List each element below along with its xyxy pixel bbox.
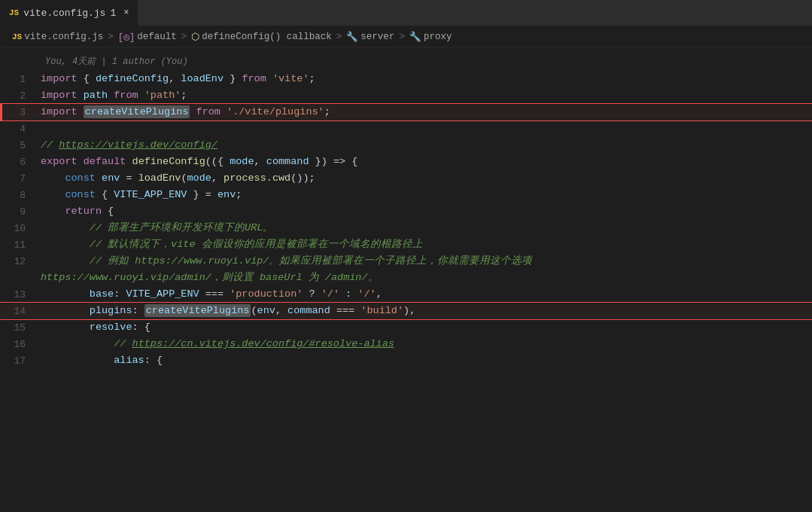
line-number-6: 6 [0,157,38,168]
line-number-13: 13 [0,289,38,300]
breadcrumb-proxy: 🔧 proxy [409,31,452,43]
code-line-4: 4 [0,120,812,137]
git-blame: You, 4天前 | 1 author (You) [0,53,812,71]
tab-bar: JS vite.config.js 1 × [0,0,812,26]
line-content-1: import { defineConfig, loadEnv } from 'v… [38,71,812,87]
tab-close-button[interactable]: × [123,8,129,18]
line-number-5: 5 [0,140,38,151]
breadcrumb-sep4: > [399,32,405,42]
line-content-6: export default defineConfig(({ mode, com… [38,154,812,170]
line-number-4: 4 [0,123,38,135]
code-line-14: 14 plugins: createVitePlugins(env, comma… [0,303,812,319]
code-line-5: 5 // https://vitejs.dev/config/ [0,137,812,154]
line-content-5: // https://vitejs.dev/config/ [38,137,812,154]
line-number-2: 2 [0,90,38,102]
code-line-1: 1 import { defineConfig, loadEnv } from … [0,71,812,87]
editor-area: You, 4天前 | 1 author (You) 1 import { def… [0,47,812,369]
line-number-10: 10 [0,223,38,234]
line-content-3: import createVitePlugins from './vite/pl… [38,104,812,120]
gutter-marker-3 [0,104,2,120]
line-number-16: 16 [0,339,38,350]
breadcrumb-filename: vite.config.js [24,32,103,42]
code-line-7: 7 const env = loadEnv(mode, process.cwd(… [0,170,812,187]
line-content-10: // 部署生产环境和开发环境下的URL。 [38,220,812,236]
code-container: 1 import { defineConfig, loadEnv } from … [0,71,812,369]
line-content-11: // 默认情况下，vite 会假设你的应用是被部署在一个域名的根路径上 [38,236,812,253]
tab-vite-config[interactable]: JS vite.config.js 1 × [0,0,138,26]
tab-filename: vite.config.js [23,8,105,19]
line-content-12: // 例如 https://www.ruoyi.vip/。如果应用被部署在一个子… [38,253,812,270]
breadcrumb-js-icon: JS vite.config.js [12,32,103,42]
breadcrumb-server: 🔧 server [346,31,394,43]
bracket-icon: [◎] [118,31,135,43]
tab-modified-count: 1 [110,8,116,19]
line-number-15: 15 [0,322,38,334]
line-content-15: resolve: { [38,319,812,336]
wrench-icon1: 🔧 [346,31,358,43]
breadcrumb-defineconfig: ⬡ defineConfig() callback [191,31,332,43]
line-content-12b: https://www.ruoyi.vip/admin/，则设置 baseUrl… [38,270,812,286]
line-content-8: const { VITE_APP_ENV } = env; [38,187,812,203]
line-content-13: base: VITE_APP_ENV === 'production' ? '/… [38,286,812,303]
code-line-12b: https://www.ruoyi.vip/admin/，则设置 baseUrl… [0,270,812,286]
line-content-17: alias: { [38,352,812,369]
line-number-3: 3 [0,107,38,118]
cube-icon: ⬡ [191,31,199,43]
code-line-2: 2 import path from 'path'; [0,87,812,104]
line-content-9: return { [38,203,812,220]
breadcrumb-sep2: > [181,32,187,42]
code-line-10: 10 // 部署生产环境和开发环境下的URL。 [0,220,812,236]
code-line-8: 8 const { VITE_APP_ENV } = env; [0,187,812,203]
line-content-4 [38,120,812,137]
code-line-11: 11 // 默认情况下，vite 会假设你的应用是被部署在一个域名的根路径上 [0,236,812,253]
line-number-17: 17 [0,355,38,367]
code-line-6: 6 export default defineConfig(({ mode, c… [0,154,812,170]
line-number-14: 14 [0,306,38,317]
code-line-9: 9 return { [0,203,812,220]
code-line-17: 17 alias: { [0,352,812,369]
line-number-8: 8 [0,190,38,201]
breadcrumb-default: [◎] default [118,31,177,43]
breadcrumb-sep3: > [336,32,342,42]
line-number-9: 9 [0,206,38,218]
code-line-13: 13 base: VITE_APP_ENV === 'production' ?… [0,286,812,303]
line-content-14: plugins: createVitePlugins(env, command … [38,303,812,319]
code-line-3: 3 import createVitePlugins from './vite/… [0,104,812,120]
line-number-12: 12 [0,256,38,267]
breadcrumb-sep1: > [108,32,114,42]
wrench-icon2: 🔧 [409,31,421,43]
js-file-icon: JS [9,8,19,17]
line-number-11: 11 [0,239,38,251]
code-line-16: 16 // https://cn.vitejs.dev/config/#reso… [0,336,812,352]
breadcrumb: JS vite.config.js > [◎] default > ⬡ defi… [0,26,812,47]
line-number-7: 7 [0,173,38,184]
line-number-1: 1 [0,74,38,85]
code-line-15: 15 resolve: { [0,319,812,336]
code-line-12: 12 // 例如 https://www.ruoyi.vip/。如果应用被部署在… [0,253,812,270]
line-content-2: import path from 'path'; [38,87,812,104]
line-content-16: // https://cn.vitejs.dev/config/#resolve… [38,336,812,352]
line-content-7: const env = loadEnv(mode, process.cwd())… [38,170,812,187]
